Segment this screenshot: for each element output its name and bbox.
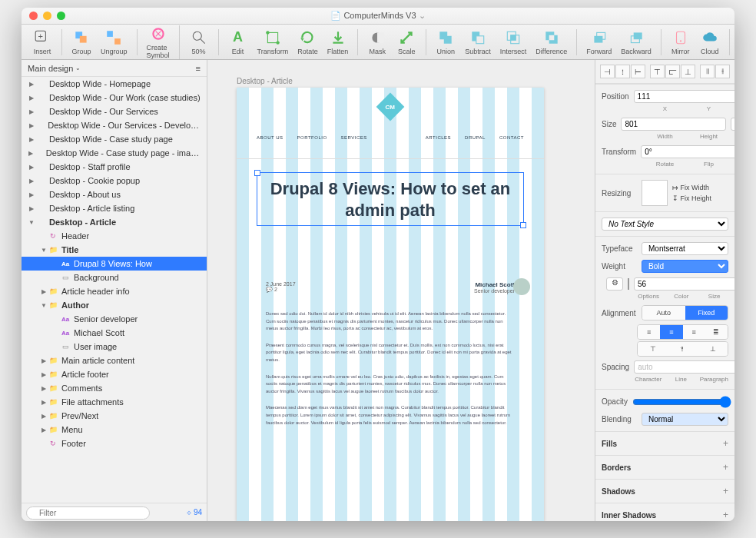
subtract-button[interactable]: Subtract (460, 29, 496, 55)
nav-item: DRUPAL (465, 135, 486, 140)
transform-button[interactable]: Transform (253, 29, 293, 55)
canvas[interactable]: Desktop - Article CM ABOUT USPORTFOLIOSE… (207, 60, 595, 521)
difference-button[interactable]: Difference (531, 29, 572, 55)
layer-row[interactable]: ▭Background (22, 271, 207, 284)
svg-rect-5 (114, 38, 121, 45)
align-fixed-button[interactable]: Fixed (685, 306, 728, 320)
scale-button[interactable]: Scale (392, 29, 421, 55)
text-options-button[interactable]: ⚙ (606, 277, 623, 291)
layer-row[interactable]: ▶📁Article header info (22, 284, 207, 298)
intersect-button[interactable]: Intersect (496, 29, 532, 55)
forward-button[interactable]: Forward (582, 29, 616, 55)
distribute-v-button[interactable]: ⫲ (715, 65, 730, 78)
valign-top-button[interactable]: ⊤ (638, 342, 668, 356)
cloud-button[interactable]: Cloud (695, 29, 724, 55)
layer-row[interactable]: AaDrupal 8 Views: How (22, 257, 207, 271)
text-align-left-button[interactable]: ≡ (638, 325, 660, 339)
text-align-center-button[interactable]: ≡ (660, 325, 682, 339)
layer-row[interactable]: ▶Desktop Wide - Case study page - image … (22, 146, 207, 160)
layer-row[interactable]: AaSenior developer (22, 312, 207, 326)
text-align-justify-button[interactable]: ≣ (705, 325, 728, 339)
layer-row[interactable]: ↻Header (22, 229, 207, 243)
layer-row[interactable]: ▶Desktop Wide - Our Work (case studies) (22, 91, 207, 105)
backward-button[interactable]: Backward (616, 29, 656, 55)
layer-row[interactable]: AaMichael Scott (22, 326, 207, 340)
layers-sidebar: Main design ⌄≡ ▶Desktop Wide - Homepage▶… (22, 60, 207, 521)
union-button[interactable]: Union (431, 29, 460, 55)
text-align-right-button[interactable]: ≡ (683, 325, 705, 339)
layer-row[interactable]: ▼📁Title (22, 243, 207, 257)
flatten-button[interactable]: Flatten (323, 29, 353, 55)
group-button[interactable]: Group (67, 29, 96, 55)
width-input[interactable] (621, 118, 726, 131)
valign-bottom-button[interactable]: ⊥ (698, 342, 728, 356)
pages-dropdown[interactable]: Main design ⌄≡ (22, 60, 207, 77)
layer-row[interactable]: ▶Desktop Wide - Case study page (22, 132, 207, 146)
layer-row[interactable]: ▶📁Article footer (22, 367, 207, 381)
layer-row[interactable]: ▶📁Main article content (22, 354, 207, 367)
filter-input[interactable] (26, 506, 150, 520)
insert-button[interactable]: +Insert (28, 29, 57, 55)
zoom-icon[interactable] (57, 12, 65, 20)
distribute-h-button[interactable]: ⫴ (700, 65, 715, 78)
borders-section[interactable]: Borders+ (595, 459, 734, 476)
nav-menu: ABOUT USPORTFOLIOSERVICESARTICLESDRUPALC… (237, 135, 544, 140)
layer-row[interactable]: ▶Desktop - Article listing (22, 201, 207, 215)
fix-width-toggle[interactable]: ↦ Fix Width (672, 184, 728, 191)
opacity-slider[interactable] (632, 396, 731, 408)
add-ishadow-button[interactable]: + (723, 510, 728, 520)
height-input[interactable] (731, 118, 734, 131)
layer-row[interactable]: ▶Desktop Wide - Our Services - Developme… (22, 118, 207, 132)
add-fill-button[interactable]: + (723, 438, 728, 449)
char-spacing-input[interactable] (634, 360, 734, 374)
align-bottom-button[interactable]: ⊥ (681, 65, 695, 78)
align-right-button[interactable]: ⊢ (631, 65, 645, 78)
mirror-button[interactable]: Mirror (666, 29, 695, 55)
layer-row[interactable]: ▶📁Prev/Next (22, 409, 207, 423)
add-border-button[interactable]: + (723, 462, 728, 473)
valign-mid-button[interactable]: ⫯ (668, 342, 698, 356)
layer-row[interactable]: ▶📁File attachments (22, 395, 207, 409)
rotate-button[interactable]: Rotate (293, 29, 323, 55)
create-symbol-button[interactable]: Create Symbol (142, 25, 174, 59)
close-icon[interactable] (29, 12, 38, 20)
nav-item: CONTACT (499, 135, 524, 140)
minimize-icon[interactable] (43, 12, 51, 20)
align-left-button[interactable]: ⊣ (600, 65, 615, 78)
layer-row[interactable]: ▶Desktop - Cookie popup (22, 174, 207, 188)
inner-shadows-section[interactable]: Inner Shadows+ (595, 506, 734, 521)
text-color-swatch[interactable] (628, 278, 629, 290)
fills-section[interactable]: Fills+ (595, 435, 734, 452)
pos-x-input[interactable] (634, 90, 734, 103)
mask-button[interactable]: Mask (363, 29, 392, 55)
align-auto-button[interactable]: Auto (642, 306, 685, 320)
layer-row[interactable]: ▶Desktop Wide - Homepage (22, 77, 207, 91)
text-style-select[interactable]: No Text Style (602, 218, 728, 231)
constraint-widget[interactable] (642, 180, 668, 206)
align-hcenter-button[interactable]: ⫶ (615, 65, 630, 78)
shadows-section[interactable]: Shadows+ (595, 483, 734, 500)
layer-row[interactable]: ▼📁Author (22, 298, 207, 312)
typeface-select[interactable]: Montserrat (642, 242, 728, 255)
rotate-input[interactable] (641, 145, 734, 158)
layer-row[interactable]: ↻Footer (22, 437, 207, 450)
artboard-label[interactable]: Desktop - Article (237, 77, 293, 85)
align-vcenter-button[interactable]: ⫍ (665, 65, 680, 78)
layer-row[interactable]: ▶Desktop - Staff profile (22, 160, 207, 174)
text-align-buttons: ≡≡≡≣ (637, 324, 728, 340)
edit-button[interactable]: AEdit (224, 29, 253, 55)
layer-row[interactable]: ▼Desktop - Article (22, 215, 207, 229)
layer-row[interactable]: ▶Desktop Wide - Our Services (22, 105, 207, 118)
fix-height-toggle[interactable]: ↧ Fix Height (672, 194, 728, 202)
layer-row[interactable]: ▭User image (22, 340, 207, 354)
layer-row[interactable]: ▶Desktop - About us (22, 188, 207, 201)
zoom-button[interactable]: 50% (184, 29, 214, 55)
font-size-input[interactable] (634, 277, 734, 291)
layer-row[interactable]: ▶📁Comments (22, 381, 207, 395)
weight-select[interactable]: Bold (642, 260, 728, 273)
ungroup-button[interactable]: Ungroup (96, 29, 132, 55)
layer-row[interactable]: ▶📁Menu (22, 423, 207, 437)
align-top-button[interactable]: ⊤ (650, 65, 665, 78)
blending-select[interactable]: Normal (642, 413, 728, 426)
add-shadow-button[interactable]: + (723, 486, 728, 496)
